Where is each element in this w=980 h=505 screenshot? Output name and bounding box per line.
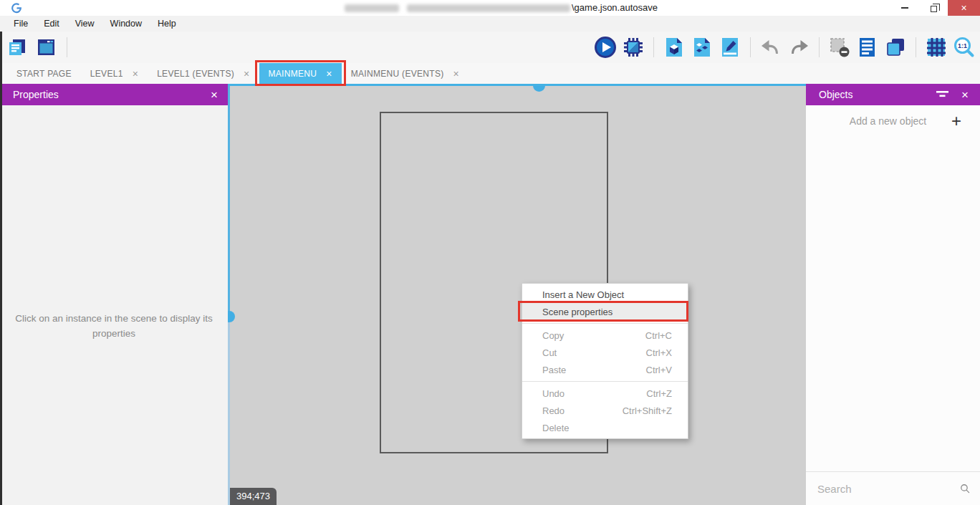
filter-icon[interactable] xyxy=(936,90,950,100)
redacted-title-segment xyxy=(407,4,570,12)
menu-edit[interactable]: Edit xyxy=(36,16,67,32)
instances-list-icon[interactable] xyxy=(856,36,879,59)
search-icon xyxy=(960,481,970,496)
menu-bar: File Edit View Window Help xyxy=(0,16,980,32)
objects-panel-title: Objects xyxy=(819,89,852,100)
shortcut-label: Ctrl+Shift+Z xyxy=(623,405,672,416)
tab-level1-events[interactable]: LEVEL1 (EVENTS) × xyxy=(148,63,259,84)
edit-external-layouts-icon[interactable] xyxy=(691,36,714,59)
properties-panel-title: Properties xyxy=(13,89,59,100)
context-menu-separator xyxy=(522,323,688,324)
close-panel-icon[interactable]: × xyxy=(209,89,219,101)
properties-panel: Properties × Click on an instance in the… xyxy=(0,84,228,505)
title-bar: \game.json.autosave × xyxy=(0,0,980,16)
close-icon: × xyxy=(961,2,966,14)
properties-panel-header: Properties × xyxy=(0,84,228,105)
gdevelop-logo-icon xyxy=(10,1,23,14)
vertical-panel-divider[interactable] xyxy=(228,86,230,505)
edit-scene-icon[interactable] xyxy=(663,36,686,59)
cursor-coordinates-badge: 394;473 xyxy=(230,488,277,505)
toolbar-right-group: 1:1 xyxy=(594,36,980,59)
scene-properties-icon[interactable] xyxy=(719,36,741,59)
add-object-row[interactable]: Add a new object + xyxy=(806,105,980,137)
objects-panel: Objects × Add a new object + xyxy=(806,84,980,505)
context-menu-item-redo[interactable]: Redo Ctrl+Shift+Z xyxy=(522,402,688,419)
context-menu-item-cut[interactable]: Cut Ctrl+X xyxy=(522,344,688,361)
start-page-icon[interactable] xyxy=(34,36,57,59)
grid-icon[interactable] xyxy=(925,36,948,59)
toolbar-separator xyxy=(67,37,67,57)
toolbar-separator xyxy=(916,37,916,57)
preview-play-icon[interactable] xyxy=(594,36,617,59)
toolbar-separator xyxy=(819,37,820,57)
toolbar: 1:1 xyxy=(0,32,980,63)
top-drag-handle[interactable] xyxy=(533,85,545,92)
window-title: \game.json.autosave xyxy=(572,2,658,13)
restore-icon xyxy=(931,6,937,12)
close-window-button[interactable]: × xyxy=(948,0,980,16)
close-tab-icon[interactable]: × xyxy=(453,69,459,79)
add-object-button[interactable]: + xyxy=(951,111,980,131)
window-left-edge xyxy=(0,32,2,505)
tab-mainmenu[interactable]: MAINMENU × xyxy=(259,63,342,84)
minimize-icon xyxy=(901,7,908,9)
tab-level1[interactable]: LEVEL1 × xyxy=(81,63,148,84)
window-controls: × xyxy=(890,0,980,16)
properties-panel-body: Click on an instance in the scene to dis… xyxy=(0,105,228,505)
scene-context-menu: Insert a New Object Scene properties Cop… xyxy=(522,283,688,439)
redacted-title-segment xyxy=(345,4,399,12)
close-tab-icon[interactable]: × xyxy=(326,69,332,79)
menu-window[interactable]: Window xyxy=(102,16,150,32)
scene-editor-canvas[interactable]: 394;473 xyxy=(228,84,806,505)
search-input[interactable] xyxy=(817,483,960,495)
delete-selection-icon[interactable] xyxy=(828,36,851,59)
toolbar-separator xyxy=(653,37,654,57)
shortcut-label: Ctrl+V xyxy=(646,365,672,375)
toolbar-separator xyxy=(750,37,751,57)
add-object-label: Add a new object xyxy=(806,115,951,127)
context-menu-item-copy[interactable]: Copy Ctrl+C xyxy=(522,327,688,344)
context-menu-item-scene-properties[interactable]: Scene properties xyxy=(522,303,688,320)
restore-button[interactable] xyxy=(919,0,948,16)
objects-search-bar xyxy=(806,471,980,505)
redo-icon[interactable] xyxy=(787,36,810,59)
gdevelop-window: \game.json.autosave × File Edit View Win… xyxy=(0,0,980,505)
close-tab-icon[interactable]: × xyxy=(133,69,138,79)
minimize-button[interactable] xyxy=(890,0,919,16)
zoom-1-1-icon[interactable]: 1:1 xyxy=(953,36,976,59)
tab-mainmenu-events[interactable]: MAINMENU (EVENTS) × xyxy=(342,63,469,84)
tab-start-page[interactable]: START PAGE xyxy=(7,63,81,84)
project-manager-icon[interactable] xyxy=(6,36,29,59)
menu-view[interactable]: View xyxy=(67,16,102,32)
menu-file[interactable]: File xyxy=(6,16,36,32)
close-panel-icon[interactable]: × xyxy=(960,89,970,101)
shortcut-label: Ctrl+X xyxy=(646,347,672,358)
context-menu-item-paste[interactable]: Paste Ctrl+V xyxy=(522,361,688,378)
properties-empty-message: Click on an instance in the scene to dis… xyxy=(6,312,221,342)
shortcut-label: Ctrl+Z xyxy=(646,388,672,399)
main-area: Properties × Click on an instance in the… xyxy=(0,84,980,505)
context-menu-item-delete[interactable]: Delete xyxy=(522,419,688,436)
left-drag-handle[interactable] xyxy=(228,311,235,322)
layers-icon[interactable] xyxy=(884,36,907,59)
close-tab-icon[interactable]: × xyxy=(244,69,249,79)
context-menu-item-undo[interactable]: Undo Ctrl+Z xyxy=(522,385,688,402)
editor-tab-bar: START PAGE LEVEL1 × LEVEL1 (EVENTS) × MA… xyxy=(0,63,980,84)
context-menu-separator xyxy=(522,381,688,382)
undo-icon[interactable] xyxy=(759,36,782,59)
svg-text:1:1: 1:1 xyxy=(958,42,967,49)
toolbar-left-group xyxy=(0,36,71,59)
menu-help[interactable]: Help xyxy=(150,16,184,32)
debug-icon[interactable] xyxy=(622,36,645,59)
shortcut-label: Ctrl+C xyxy=(645,330,672,341)
objects-panel-header: Objects × xyxy=(806,84,980,105)
context-menu-item-insert-new-object[interactable]: Insert a New Object xyxy=(522,286,688,303)
